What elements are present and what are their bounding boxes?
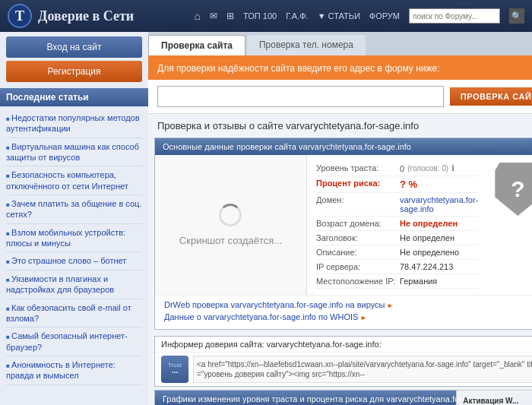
percent-risk-row: Процент риска: ? % — [316, 176, 478, 193]
trust-info-icon[interactable]: ℹ — [451, 163, 454, 173]
home-icon[interactable]: ⌂ — [195, 10, 201, 22]
url-input[interactable] — [157, 86, 444, 107]
list-item[interactable]: Недостатки популярных методов аутентифик… — [6, 109, 142, 138]
trust-level-row: Уровень траста: 0 (голосов: 0) ℹ — [316, 161, 478, 176]
grid-icon[interactable]: ⊞ — [226, 11, 234, 21]
results-title-bar: Основные данные проверки сайта varvarych… — [155, 138, 532, 155]
domain-value: varvarychtetyana.for-sage.info — [400, 195, 478, 214]
informer-content: Trust••• <a href="https://xn--blaefebsd1… — [155, 352, 532, 386]
description-row: Описание: Не определено — [316, 245, 478, 260]
main-layout: Вход на сайт Регистрация Последние стать… — [0, 32, 532, 405]
trust-zero: 0 — [400, 164, 404, 173]
screenshot-text: Скриншот создаётся... — [179, 235, 282, 246]
list-item[interactable]: Взлом мобильных устройств: плюсы и минус… — [6, 224, 142, 253]
age-row: Возраст домена: Не определен — [316, 217, 478, 231]
informer-section: Информер доверия сайта: varvarychtetyana… — [154, 336, 532, 387]
articles-nav[interactable]: ▼ СТАТЬИ — [318, 11, 360, 21]
drweb-link[interactable]: DrWeb проверка varvarychtetyana.for-sage… — [164, 299, 532, 311]
ip-row: IP сервера: 78.47.224.213 — [316, 260, 478, 274]
trust-badge: ? — [495, 163, 532, 216]
list-item[interactable]: Как обезопасить свой e-mail от взлома? — [6, 299, 142, 328]
shield-icon: ? — [495, 163, 532, 216]
search-button[interactable]: 🔍 — [509, 8, 524, 24]
forum-nav[interactable]: ФОРУМ — [369, 11, 400, 21]
title-row: Заголовок: Не определен — [316, 231, 478, 245]
ip-value: 78.47.224.213 — [400, 262, 478, 271]
whois-link[interactable]: Данные о varvarychtetyana.for-sage.info … — [164, 311, 532, 323]
informer-title: Информер доверия сайта: varvarychtetyana… — [155, 337, 532, 352]
list-item[interactable]: Анонимность в Интернете: правда и вымысе… — [6, 356, 142, 385]
login-button[interactable]: Вход на сайт — [6, 36, 142, 58]
logo-area: Т Доверие в Сети — [8, 4, 187, 28]
age-label: Возраст домена: — [316, 219, 400, 228]
register-button[interactable]: Регистрация — [6, 61, 142, 82]
location-row: Местоположение IP: Германия — [316, 274, 478, 289]
list-item[interactable]: Зачем платить за общение в соц. сетях? — [6, 195, 142, 224]
trust-level-value: 0 (голосов: 0) ℹ — [400, 163, 478, 173]
location-label: Местоположение IP: — [316, 277, 400, 286]
percent-risk-value: ? % — [400, 179, 478, 190]
url-input-area: ПРОВЕРКА САЙТА — [148, 80, 532, 114]
activation-title: Активация W... — [463, 397, 532, 405]
results-body: Скриншот создаётся... Уровень траста: 0 … — [155, 155, 532, 295]
informer-code[interactable]: <a href="https://xn--blaefebsd1cwaan.xn-… — [193, 356, 532, 383]
check-site-button[interactable]: ПРОВЕРКА САЙТА — [450, 87, 532, 106]
search-input[interactable] — [409, 8, 500, 24]
activation-overlay: Активация W... Чтобы активиро... «Параме… — [456, 390, 532, 405]
location-value: Германия — [400, 277, 478, 286]
recent-articles-title: Последние статьи — [0, 88, 148, 106]
top100-nav[interactable]: ТОП 100 — [243, 11, 277, 21]
info-table: Уровень траста: 0 (голосов: 0) ℹ Процент… — [307, 155, 487, 295]
sidebar: Вход на сайт Регистрация Последние стать… — [0, 32, 148, 405]
sidebar-articles: Недостатки популярных методов аутентифик… — [0, 106, 148, 388]
content-area: Проверка сайта Проверка тел. номера Для … — [148, 32, 532, 405]
list-item[interactable]: Самый безопасный интернет-браузер? — [6, 327, 142, 356]
description-label: Описание: — [316, 248, 400, 257]
list-item[interactable]: Это страшное слово – ботнет — [6, 252, 142, 270]
tab-check-phone[interactable]: Проверка тел. номера — [247, 35, 366, 55]
trust-text: Trust••• — [168, 362, 182, 376]
ip-label: IP сервера: — [316, 262, 400, 271]
list-item[interactable]: Уязвимости в плагинах и надстройках для … — [6, 271, 142, 299]
faq-nav[interactable]: Г.А.Ф. — [286, 11, 308, 21]
svg-text:Т: Т — [15, 8, 24, 24]
loading-spinner — [219, 204, 242, 226]
site-title: Доверие в Сети — [38, 8, 134, 24]
header: Т Доверие в Сети ⌂ ✉ ⊞ ТОП 100 Г.А.Ф. ▼ … — [0, 0, 532, 32]
tab-check-site[interactable]: Проверка сайта — [148, 35, 245, 55]
informer-icon: Trust••• — [161, 356, 188, 383]
content-wrapper: Проверка сайта Проверка тел. номера Для … — [148, 32, 532, 405]
check-result-header: Проверка и отзывы о сайте varvarychtetya… — [148, 114, 532, 138]
results-panel: Основные данные проверки сайта varvarych… — [154, 138, 532, 330]
info-bar: Для проверки надёжности сайта введите ег… — [148, 57, 532, 80]
title-label: Заголовок: — [316, 233, 400, 242]
description-value: Не определено — [400, 248, 478, 257]
title-value: Не определен — [400, 233, 478, 242]
check-links: DrWeb проверка varvarychtetyana.for-sage… — [155, 295, 532, 329]
list-item[interactable]: Безопасность компьютера, отключённого от… — [6, 166, 142, 195]
age-value: Не определен — [400, 219, 478, 228]
domain-label: Домен: — [316, 195, 400, 204]
trust-votes: (голосов: 0) — [407, 164, 448, 172]
list-item[interactable]: Виртуальная машина как способ защиты от … — [6, 138, 142, 167]
screenshot-area: Скриншот создаётся... — [155, 155, 307, 295]
mail-icon[interactable]: ✉ — [210, 11, 217, 21]
percent-risk-label: Процент риска: — [316, 179, 400, 188]
trust-level-label: Уровень траста: — [316, 163, 400, 172]
logo-icon: Т — [8, 4, 32, 28]
nav-links: ⌂ ✉ ⊞ ТОП 100 Г.А.Ф. ▼ СТАТЬИ ФОРУМ 🔍 — [195, 8, 524, 24]
domain-row: Домен: varvarychtetyana.for-sage.info — [316, 193, 478, 217]
tabs: Проверка сайта Проверка тел. номера — [148, 32, 532, 57]
